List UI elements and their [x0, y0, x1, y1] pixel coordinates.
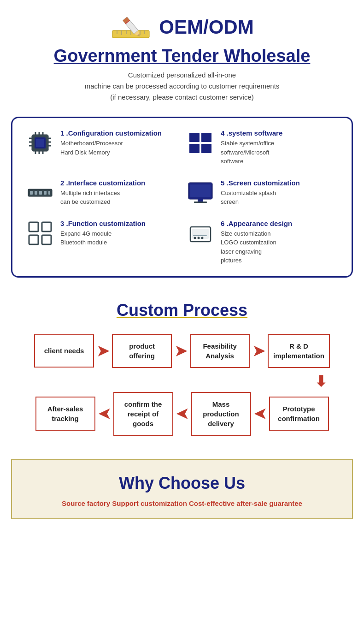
arrow-down: ⬇: [9, 373, 355, 390]
feature-item-2: 2 .Interface customization Multiple rich…: [26, 179, 177, 207]
interface-icon: [26, 179, 54, 207]
header-top: OEM/ODM: [9, 11, 355, 43]
header-section: OEM/ODM Government Tender Wholesale Cust…: [0, 0, 364, 107]
svg-rect-40: [198, 199, 203, 202]
why-subtitle: Source factory Support customization Cos…: [21, 499, 343, 507]
arrow-right-2: ➤: [175, 342, 187, 360]
feature-item-4: 4 .system software Stable system/offices…: [187, 129, 338, 166]
feature-title-1: 1 .Configuration customization: [60, 129, 162, 137]
process-box-mass-production: Massproductiondelivery: [191, 392, 251, 436]
feature-text-6: 6 .Appearance design Size customizationL…: [221, 220, 292, 265]
svg-point-48: [194, 237, 196, 239]
svg-rect-41: [194, 202, 207, 203]
process-row-1: client needs ➤ productoffering ➤ Feasibi…: [9, 334, 355, 368]
svg-rect-51: [193, 235, 207, 236]
feature-title-5: 5 .Screen customization: [221, 179, 300, 187]
feature-item-3: 3 .Function customization Expand 4G modu…: [26, 220, 177, 265]
feature-title-6: 6 .Appearance design: [221, 220, 292, 227]
monitor-icon: [187, 179, 214, 207]
process-box-client-needs: client needs: [34, 334, 94, 368]
svg-rect-28: [189, 133, 200, 142]
why-section: Why Choose Us Source factory Support cus…: [11, 459, 353, 519]
svg-rect-42: [29, 222, 38, 231]
svg-rect-43: [42, 222, 51, 231]
process-box-aftersales: After-salestracking: [35, 397, 95, 431]
svg-rect-37: [48, 191, 50, 195]
windows-icon: [187, 129, 214, 157]
svg-rect-44: [29, 235, 38, 244]
feature-desc-1: Motherboard/ProcessorHard Disk Memory: [60, 139, 162, 157]
feature-text-2: 2 .Interface customization Multiple rich…: [60, 179, 145, 207]
gov-title: Government Tender Wholesale: [9, 46, 355, 66]
pencil-ruler-icon: [110, 11, 152, 43]
feature-text-1: 1 .Configuration customization Motherboa…: [60, 129, 162, 157]
svg-rect-29: [201, 133, 211, 142]
feature-title-4: 4 .system software: [221, 129, 282, 137]
svg-rect-35: [39, 191, 42, 195]
process-row-2: After-salestracking ➤ confirm thereceipt…: [9, 392, 355, 436]
svg-rect-36: [44, 191, 47, 195]
svg-point-50: [201, 237, 204, 239]
process-box-product-offering: productoffering: [112, 334, 172, 368]
svg-rect-15: [36, 139, 44, 147]
grid-icon: [26, 220, 54, 247]
arrow-right-1: ➤: [97, 342, 109, 360]
feature-desc-5: Customizable splashscreen: [221, 189, 300, 207]
why-title: Why Choose Us: [21, 474, 343, 493]
feature-item-1: 1 .Configuration customization Motherboa…: [26, 129, 177, 166]
arrow-left-1: ➤: [98, 405, 111, 422]
device-icon: [187, 220, 214, 247]
feature-box: 1 .Configuration customization Motherboa…: [11, 117, 353, 278]
svg-rect-45: [42, 235, 51, 244]
feature-text-5: 5 .Screen customization Customizable spl…: [221, 179, 300, 207]
feature-desc-2: Multiple rich interfacescan be customize…: [60, 189, 145, 207]
feature-item-6: 6 .Appearance design Size customizationL…: [187, 220, 338, 265]
feature-grid: 1 .Configuration customization Motherboa…: [26, 129, 338, 265]
svg-rect-33: [30, 191, 33, 195]
arrow-left-2: ➤: [176, 405, 188, 422]
chip-icon: [26, 129, 54, 157]
process-section: Custom Process client needs ➤ productoff…: [0, 287, 364, 450]
feature-text-4: 4 .system software Stable system/offices…: [221, 129, 282, 166]
svg-rect-31: [201, 144, 211, 153]
svg-rect-34: [35, 191, 37, 195]
process-box-rd: R & Dimplementation: [268, 334, 330, 368]
oem-title: OEM/ODM: [159, 16, 253, 38]
process-box-confirm-receipt: confirm thereceipt ofgoods: [113, 392, 173, 436]
arrow-right-3: ➤: [252, 342, 265, 360]
process-heading: Custom Process: [9, 301, 355, 320]
feature-item-5: 5 .Screen customization Customizable spl…: [187, 179, 338, 207]
header-subtitle: Customized personalized all-in-onemachin…: [9, 70, 355, 103]
arrow-left-3: ➤: [254, 405, 266, 422]
feature-title-3: 3 .Function customization: [60, 220, 146, 227]
feature-title-2: 2 .Interface customization: [60, 179, 145, 187]
feature-desc-4: Stable system/officesoftware/Microsoftso…: [221, 139, 282, 166]
svg-rect-39: [190, 184, 211, 197]
feature-desc-3: Expand 4G moduleBluetooth module: [60, 229, 146, 247]
feature-text-3: 3 .Function customization Expand 4G modu…: [60, 220, 146, 247]
process-box-prototype: Prototypeconfirmation: [269, 397, 329, 431]
svg-rect-30: [189, 144, 200, 153]
process-box-feasibility: FeasibilityAnalysis: [190, 334, 250, 368]
feature-desc-6: Size customizationLOGO customizationlase…: [221, 229, 292, 265]
svg-point-49: [198, 237, 200, 239]
